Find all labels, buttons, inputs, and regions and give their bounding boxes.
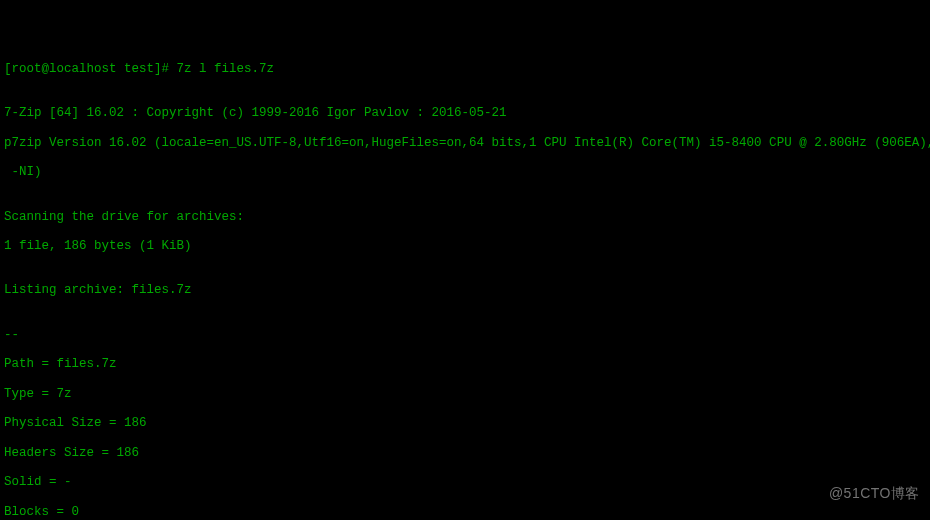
meta-physical-size: Physical Size = 186 xyxy=(4,416,926,431)
shell-prompt[interactable]: [root@localhost test]# 7z l files.7z xyxy=(4,62,926,77)
listing-label: Listing archive: files.7z xyxy=(4,283,926,298)
meta-type: Type = 7z xyxy=(4,387,926,402)
scanning-label: Scanning the drive for archives: xyxy=(4,210,926,225)
meta-path: Path = files.7z xyxy=(4,357,926,372)
sevenzip-header-1: 7-Zip [64] 16.02 : Copyright (c) 1999-20… xyxy=(4,106,926,121)
meta-blocks: Blocks = 0 xyxy=(4,505,926,520)
meta-dashes: -- xyxy=(4,328,926,343)
sevenzip-header-2b: -NI) xyxy=(4,165,926,180)
meta-headers-size: Headers Size = 186 xyxy=(4,446,926,461)
sevenzip-header-2: p7zip Version 16.02 (locale=en_US.UTF-8,… xyxy=(4,136,926,151)
scanning-result: 1 file, 186 bytes (1 KiB) xyxy=(4,239,926,254)
watermark: @51CTO博客 xyxy=(829,485,920,502)
meta-solid: Solid = - xyxy=(4,475,926,490)
